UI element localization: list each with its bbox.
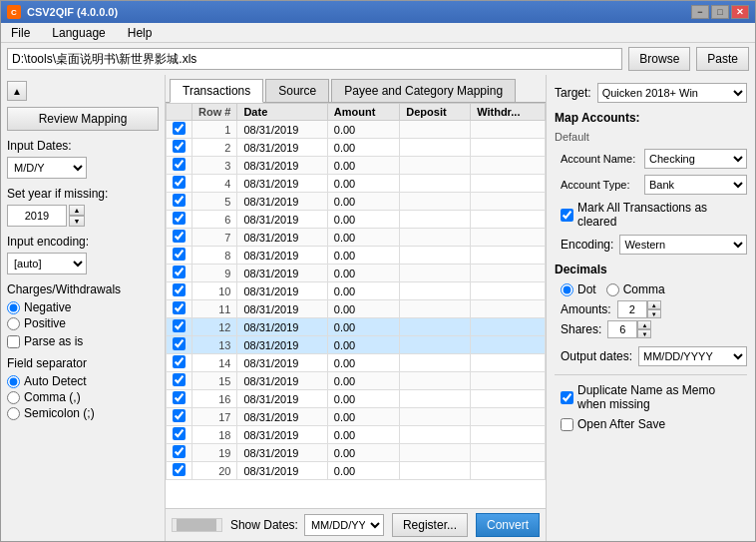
positive-label: Positive: [24, 316, 66, 330]
mark-all-checkbox[interactable]: Mark All Transactions as cleared: [561, 201, 747, 229]
amounts-up[interactable]: ▲: [647, 300, 661, 309]
open-after-save-label: Open After Save: [577, 417, 665, 431]
tab-transactions[interactable]: Transactions: [170, 79, 263, 103]
window-controls: − □ ✕: [691, 5, 749, 19]
year-input[interactable]: [7, 205, 67, 227]
comma-label: Comma (,): [24, 390, 81, 404]
header-withdraw: Withdr...: [471, 104, 546, 121]
semicolon-label: Semicolon (;): [24, 406, 95, 420]
table-row[interactable]: 708/31/20190.00: [167, 229, 546, 247]
review-mapping-button[interactable]: Review Mapping: [7, 107, 159, 131]
scroll-thumb: [177, 519, 216, 531]
target-label: Target:: [555, 86, 591, 100]
scroll-up-button[interactable]: ▲: [7, 81, 27, 101]
register-button[interactable]: Register...: [392, 513, 468, 537]
paste-button[interactable]: Paste: [696, 47, 749, 71]
amounts-spinner[interactable]: ▲ ▼: [617, 300, 661, 318]
browse-button[interactable]: Browse: [628, 47, 690, 71]
menu-file[interactable]: File: [5, 24, 36, 42]
table-row[interactable]: 1008/31/20190.00: [167, 282, 546, 300]
table-row[interactable]: 908/31/20190.00: [167, 265, 546, 282]
table-row[interactable]: 1408/31/20190.00: [167, 354, 546, 372]
table-row[interactable]: 1108/31/20190.00: [167, 300, 546, 318]
encoding-select[interactable]: [auto]: [7, 253, 87, 274]
title-bar: C CSV2QIF (4.0.0.0) − □ ✕: [1, 1, 755, 23]
tab-source[interactable]: Source: [265, 79, 329, 102]
table-row[interactable]: 508/31/20190.00: [167, 193, 546, 211]
menu-bar: File Language Help: [1, 23, 755, 43]
menu-language[interactable]: Language: [46, 24, 111, 42]
negative-radio[interactable]: Negative: [7, 300, 159, 314]
table-row[interactable]: 308/31/20190.00: [167, 157, 546, 175]
menu-help[interactable]: Help: [122, 24, 159, 42]
mark-all-label: Mark All Transactions as cleared: [577, 201, 747, 229]
map-accounts-title: Map Accounts:: [555, 111, 747, 125]
table-row[interactable]: 808/31/20190.00: [167, 247, 546, 265]
header-row: Row #: [192, 104, 237, 121]
shares-input[interactable]: [607, 320, 637, 338]
show-dates-area: Show Dates: MM/DD/YYYY: [230, 514, 384, 536]
table-row[interactable]: 608/31/20190.00: [167, 211, 546, 229]
tabs: Transactions Source Payee and Category M…: [166, 75, 546, 103]
duplicate-name-label: Duplicate Name as Memo when missing: [577, 383, 747, 411]
output-dates-select[interactable]: MM/DD/YYYY: [638, 346, 747, 366]
horizontal-scrollbar[interactable]: [172, 518, 222, 532]
shares-spinner[interactable]: ▲ ▼: [607, 320, 651, 338]
parse-as-is-checkbox[interactable]: Parse as is: [7, 334, 159, 348]
amounts-down[interactable]: ▼: [647, 309, 661, 318]
left-panel: ▲ Review Mapping Input Dates: M/D/Y Set …: [1, 75, 166, 541]
year-down-button[interactable]: ▼: [69, 216, 85, 227]
comma-radio[interactable]: Comma (,): [7, 390, 159, 404]
dot-radio[interactable]: Dot: [561, 282, 596, 296]
close-button[interactable]: ✕: [731, 5, 749, 19]
semicolon-radio[interactable]: Semicolon (;): [7, 406, 159, 420]
bottom-bar: Show Dates: MM/DD/YYYY Register... Conve…: [166, 508, 546, 541]
input-dates-label: Input Dates:: [7, 139, 159, 153]
shares-up[interactable]: ▲: [637, 320, 651, 329]
target-select[interactable]: Quicken 2018+ Win: [597, 83, 747, 103]
table-row[interactable]: 1308/31/20190.00: [167, 336, 546, 354]
table-row[interactable]: 1708/31/20190.00: [167, 408, 546, 426]
transaction-table: Row # Date Amount Deposit Withdr... 108/…: [166, 103, 546, 508]
table-row[interactable]: 108/31/20190.00: [167, 121, 546, 139]
amounts-input[interactable]: [617, 300, 647, 318]
file-path-input[interactable]: [7, 48, 622, 70]
comma-decimal-radio[interactable]: Comma: [606, 282, 665, 296]
shares-down[interactable]: ▼: [637, 329, 651, 338]
minimize-button[interactable]: −: [691, 5, 709, 19]
window-title: CSV2QIF (4.0.0.0): [27, 6, 118, 18]
table-row[interactable]: 1508/31/20190.00: [167, 372, 546, 390]
account-name-select[interactable]: Checking: [644, 149, 747, 169]
comma-decimal-label: Comma: [623, 282, 665, 296]
decimals-title: Decimals: [555, 263, 747, 276]
table-row[interactable]: 1608/31/20190.00: [167, 390, 546, 408]
header-deposit: Deposit: [400, 104, 471, 121]
year-up-button[interactable]: ▲: [69, 205, 85, 216]
header-amount: Amount: [327, 104, 399, 121]
table-row[interactable]: 1908/31/20190.00: [167, 444, 546, 462]
positive-radio[interactable]: Positive: [7, 316, 159, 330]
negative-label: Negative: [24, 300, 71, 314]
tab-payee-mapping[interactable]: Payee and Category Mapping: [331, 79, 516, 102]
account-type-select[interactable]: Bank: [644, 175, 747, 195]
table-row[interactable]: 208/31/20190.00: [167, 139, 546, 157]
encoding-value-select[interactable]: Western: [619, 235, 747, 255]
table-row[interactable]: 1808/31/20190.00: [167, 426, 546, 444]
duplicate-name-checkbox[interactable]: Duplicate Name as Memo when missing: [561, 383, 747, 411]
middle-panel: Transactions Source Payee and Category M…: [166, 75, 546, 541]
set-year-label: Set year if missing:: [7, 187, 159, 201]
table-row[interactable]: 1208/31/20190.00: [167, 318, 546, 336]
amounts-label: Amounts:: [561, 302, 611, 316]
account-type-label: Account Type:: [561, 179, 640, 191]
auto-detect-radio[interactable]: Auto Detect: [7, 374, 159, 388]
dot-label: Dot: [577, 282, 596, 296]
maximize-button[interactable]: □: [711, 5, 729, 19]
open-after-save-checkbox[interactable]: Open After Save: [561, 417, 747, 431]
show-dates-select[interactable]: MM/DD/YYYY: [304, 514, 384, 536]
table-row[interactable]: 408/31/20190.00: [167, 175, 546, 193]
charges-label: Charges/Withdrawals: [7, 282, 159, 296]
date-format-select[interactable]: M/D/Y: [7, 157, 87, 179]
table-row[interactable]: 2008/31/20190.00: [167, 462, 546, 480]
convert-button[interactable]: Convert: [476, 513, 540, 537]
input-encoding-label: Input encoding:: [7, 235, 159, 249]
